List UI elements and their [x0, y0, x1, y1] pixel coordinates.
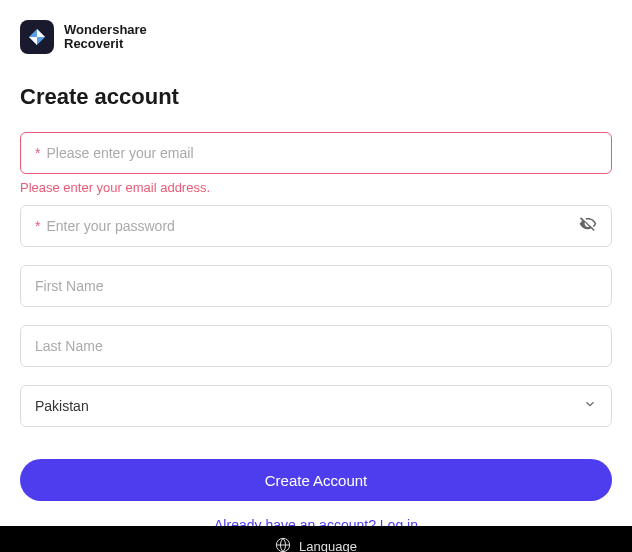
country-selected-value: Pakistan	[35, 398, 583, 414]
last-name-input[interactable]	[35, 326, 597, 366]
password-input[interactable]	[46, 206, 579, 246]
brand-line2: Recoverit	[64, 37, 147, 51]
language-label[interactable]: Language	[299, 539, 357, 553]
chevron-down-icon	[583, 397, 597, 415]
brand-line1: Wondershare	[64, 23, 147, 37]
header: Wondershare Recoverit	[0, 0, 632, 64]
first-name-input[interactable]	[35, 266, 597, 306]
logo-diamond-icon	[27, 27, 47, 47]
country-select[interactable]: Pakistan	[20, 385, 612, 427]
required-mark: *	[35, 145, 40, 161]
first-name-field-wrap	[20, 265, 612, 307]
signup-form: * Please enter your email address. * Pak…	[0, 132, 632, 533]
globe-icon	[275, 537, 291, 553]
email-error-message: Please enter your email address.	[20, 180, 612, 195]
email-input[interactable]	[46, 133, 597, 173]
password-field-wrap: *	[20, 205, 612, 247]
brand-text: Wondershare Recoverit	[64, 23, 147, 52]
footer-bar: Language	[0, 526, 632, 552]
page-title: Create account	[0, 64, 632, 132]
required-mark: *	[35, 218, 40, 234]
brand-logo-icon	[20, 20, 54, 54]
toggle-password-visibility-icon[interactable]	[579, 215, 597, 237]
create-account-button[interactable]: Create Account	[20, 459, 612, 501]
svg-marker-3	[29, 37, 37, 45]
email-field-wrap: *	[20, 132, 612, 174]
last-name-field-wrap	[20, 325, 612, 367]
